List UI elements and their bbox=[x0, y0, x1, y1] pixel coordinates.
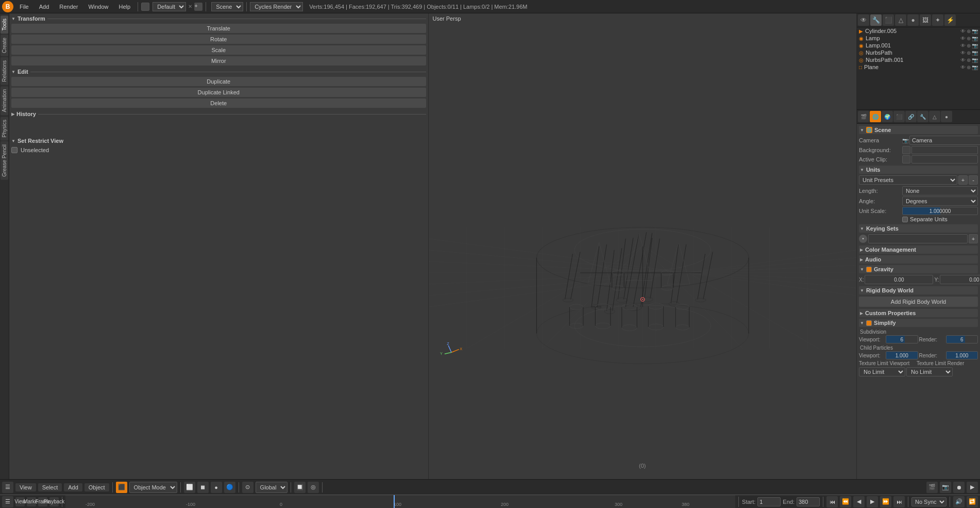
right-tab-scene[interactable]: 🔧 bbox=[870, 14, 882, 26]
layout-select[interactable]: Default bbox=[153, 2, 186, 11]
cursor-icon4[interactable]: ⊕ bbox=[967, 50, 971, 56]
sync-select[interactable]: No Sync bbox=[911, 497, 947, 506]
new-layout-btn[interactable]: + bbox=[194, 3, 202, 11]
props-tab-scene[interactable]: 🌐 bbox=[870, 111, 881, 122]
cursor-icon3[interactable]: ⊕ bbox=[967, 43, 971, 48]
camera-input[interactable] bbox=[909, 136, 980, 145]
play-btn[interactable]: ▶ bbox=[867, 496, 878, 507]
camera-icon7[interactable]: 📷 bbox=[972, 64, 978, 70]
no-limit-select2[interactable]: No Limit bbox=[906, 367, 953, 376]
unit-presets-remove[interactable]: - bbox=[969, 175, 978, 185]
render-slider[interactable]: 6 bbox=[946, 335, 978, 343]
right-tab-mesh[interactable]: △ bbox=[895, 14, 906, 26]
marker-btn[interactable]: Marker bbox=[27, 497, 36, 506]
background-color[interactable] bbox=[902, 146, 910, 154]
camera-view-icon[interactable]: 📷 bbox=[940, 482, 951, 493]
props-tab-render[interactable]: 🎬 bbox=[858, 111, 869, 122]
camera-icon6[interactable]: 📷 bbox=[972, 57, 978, 63]
color-management-section[interactable]: ▶ Color Management bbox=[859, 245, 978, 254]
tab-animation[interactable]: Animation bbox=[1, 86, 8, 115]
props-tab-material[interactable]: ● bbox=[941, 111, 952, 122]
outliner-row-lamp[interactable]: ◉ Lamp 👁 ⊕ 📷 bbox=[857, 35, 980, 42]
tab-physics[interactable]: Physics bbox=[1, 117, 8, 140]
unit-presets-select[interactable]: Unit Presets bbox=[859, 175, 957, 185]
translate-btn[interactable]: Translate bbox=[11, 24, 426, 33]
pivot-icon[interactable]: ⊙ bbox=[242, 482, 254, 493]
object-mode-icon[interactable]: ⬛ bbox=[116, 482, 127, 493]
simplify-header[interactable]: ▼ Simplify bbox=[859, 319, 978, 327]
unselected-checkbox[interactable] bbox=[11, 147, 18, 153]
step-fwd-btn[interactable]: ⏩ bbox=[880, 496, 891, 507]
render-icon[interactable]: 🎬 bbox=[926, 482, 938, 493]
gravity-x-input[interactable] bbox=[865, 275, 933, 284]
outliner-row-plane[interactable]: □ Plane 👁 ⊕ 📷 bbox=[857, 63, 980, 71]
gravity-checkbox[interactable] bbox=[866, 267, 872, 272]
timeline-menu[interactable]: ☰ bbox=[2, 496, 13, 507]
render-engine-select[interactable]: Cycles Render bbox=[250, 2, 303, 11]
child-viewport-slider[interactable]: 1.000 bbox=[886, 351, 918, 359]
child-render-slider[interactable]: 1.000 bbox=[946, 351, 978, 359]
mirror-btn[interactable]: Mirror bbox=[11, 56, 426, 65]
simplify-checkbox[interactable] bbox=[866, 320, 872, 326]
gravity-y-input[interactable] bbox=[940, 275, 980, 284]
transform-select[interactable]: Global bbox=[256, 482, 288, 493]
cursor-icon[interactable]: ⊕ bbox=[967, 28, 971, 34]
select-btn[interactable]: Select bbox=[38, 483, 62, 491]
viewport-shading-3[interactable]: ● bbox=[211, 482, 222, 493]
right-tab-object[interactable]: ⬛ bbox=[883, 14, 894, 26]
camera-icon5[interactable]: 📷 bbox=[972, 50, 978, 56]
scene-section-header[interactable]: ▼ 🌐 Scene bbox=[859, 126, 978, 134]
eye-icon6[interactable]: 👁 bbox=[960, 64, 966, 70]
keying-add[interactable]: + bbox=[969, 234, 978, 243]
unit-presets-add[interactable]: + bbox=[958, 175, 968, 185]
right-outliner[interactable]: ▶ Cylinder.005 👁 ⊕ 📷 ◉ Lamp 👁 ⊕ 📷 ◉ bbox=[857, 27, 980, 110]
duplicate-btn[interactable]: Duplicate bbox=[11, 77, 426, 86]
cursor-icon5[interactable]: ⊕ bbox=[967, 57, 971, 63]
menu-add[interactable]: Add bbox=[35, 3, 54, 11]
start-input[interactable] bbox=[757, 497, 781, 506]
camera-icon2[interactable]: 📷 bbox=[972, 28, 978, 34]
play-back-btn[interactable]: ◀ bbox=[853, 496, 865, 507]
props-tab-world[interactable]: 🌍 bbox=[882, 111, 893, 122]
cursor-icon6[interactable]: ⊕ bbox=[967, 64, 971, 70]
menu-file[interactable]: File bbox=[15, 3, 33, 11]
add-btn[interactable]: Add bbox=[64, 483, 82, 491]
right-tab-material[interactable]: ● bbox=[907, 14, 919, 26]
tab-tools[interactable]: Tools bbox=[1, 15, 8, 34]
set-restrict-header[interactable]: ▼ Set Restrict View bbox=[11, 138, 426, 144]
outliner-row-nurbspath001[interactable]: ◎ NurbsPath.001 👁 ⊕ 📷 bbox=[857, 56, 980, 63]
separate-units-checkbox[interactable] bbox=[902, 217, 908, 222]
props-tab-modifiers[interactable]: 🔧 bbox=[917, 111, 928, 122]
angle-select[interactable]: Degrees bbox=[902, 196, 978, 206]
scale-btn[interactable]: Scale bbox=[11, 45, 426, 55]
right-tab-view[interactable]: 👁 bbox=[858, 14, 869, 26]
history-section-header[interactable]: ▶ History bbox=[11, 111, 426, 117]
viewport-slider[interactable]: 6 bbox=[886, 335, 918, 343]
header-icon[interactable]: ☰ bbox=[2, 482, 13, 493]
rotate-btn[interactable]: Rotate bbox=[11, 35, 426, 44]
tab-grease-pencil[interactable]: Grease Pencil bbox=[1, 141, 8, 180]
playback-icon[interactable]: ▶ bbox=[967, 482, 978, 493]
gravity-header[interactable]: ▼ Gravity bbox=[859, 265, 978, 273]
tab-relations[interactable]: Relations bbox=[1, 57, 8, 85]
transform-section-header[interactable]: ▼ Transform bbox=[11, 15, 426, 22]
snap-icon[interactable]: 🔲 bbox=[294, 482, 306, 493]
eye-icon2[interactable]: 👁 bbox=[960, 36, 966, 41]
end-input[interactable] bbox=[797, 497, 820, 506]
tab-create[interactable]: Create bbox=[1, 35, 8, 56]
jump-end-btn[interactable]: ⏭ bbox=[893, 496, 905, 507]
view-btn[interactable]: View bbox=[15, 483, 36, 491]
mode-select[interactable]: Object Mode bbox=[129, 482, 177, 493]
audio-section[interactable]: ▶ Audio bbox=[859, 255, 978, 264]
keying-input[interactable] bbox=[868, 234, 968, 243]
menu-render[interactable]: Render bbox=[55, 3, 82, 11]
object-btn[interactable]: Object bbox=[85, 483, 109, 491]
eye-icon[interactable]: 👁 bbox=[960, 28, 966, 34]
background-input[interactable] bbox=[911, 146, 978, 154]
right-tab-texture[interactable]: 🖼 bbox=[920, 14, 931, 26]
active-clip-input[interactable] bbox=[911, 155, 978, 163]
delete-btn[interactable]: Delete bbox=[11, 99, 426, 108]
outliner-row-nurbspath[interactable]: ◎ NurbsPath 👁 ⊕ 📷 bbox=[857, 49, 980, 56]
viewport-shading-1[interactable]: ⬜ bbox=[184, 482, 195, 493]
menu-help[interactable]: Help bbox=[115, 3, 135, 11]
